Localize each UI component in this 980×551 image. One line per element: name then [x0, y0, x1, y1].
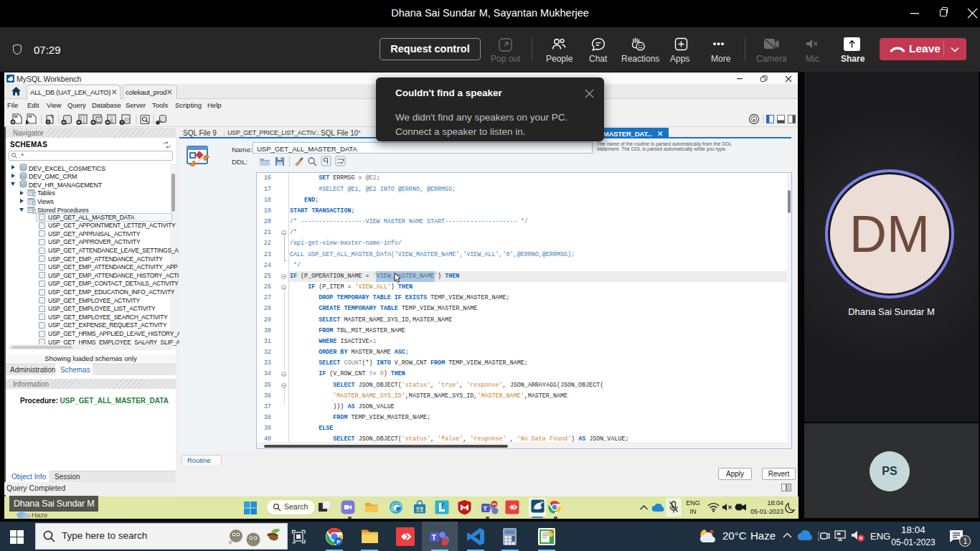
svg-text:T: T: [432, 534, 436, 542]
svg-text:T: T: [484, 505, 488, 512]
svg-text:{0}: {0}: [124, 117, 131, 123]
svg-text:P: P: [336, 539, 341, 545]
svg-text:1: 1: [963, 537, 968, 545]
